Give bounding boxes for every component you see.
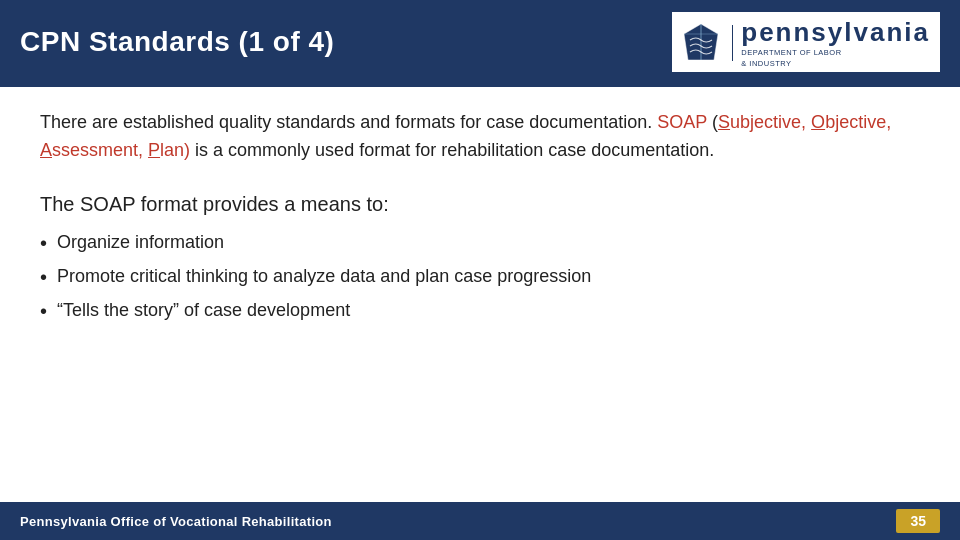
- bullet-text-2: Promote critical thinking to analyze dat…: [57, 264, 591, 289]
- slide: CPN Standards (1 of 4) penns: [0, 0, 960, 540]
- logo-text-block: pennsylvania DEPARTMENT OF LABOR& INDUST…: [741, 17, 930, 69]
- soap-o: O: [811, 112, 825, 132]
- state-name: pennsylvania: [741, 17, 930, 48]
- dept-text: DEPARTMENT OF LABOR& INDUSTRY: [741, 48, 930, 69]
- main-content: There are established quality standards …: [0, 87, 960, 502]
- slide-title: CPN Standards (1 of 4): [20, 26, 334, 58]
- pa-logo: pennsylvania DEPARTMENT OF LABOR& INDUST…: [672, 12, 940, 72]
- soap-p-rest: lan): [160, 140, 190, 160]
- footer-page-number: 35: [896, 509, 940, 533]
- footer-organization: Pennsylvania Office of Vocational Rehabi…: [20, 514, 332, 529]
- soap-p: P: [148, 140, 160, 160]
- logo-divider: [732, 25, 733, 61]
- soap-o-rest: bjective,: [825, 112, 891, 132]
- footer: Pennsylvania Office of Vocational Rehabi…: [0, 502, 960, 540]
- soap-s: S: [718, 112, 730, 132]
- bullet-text-3: “Tells the story” of case development: [57, 298, 350, 323]
- bullet-item-3: “Tells the story” of case development: [40, 298, 920, 324]
- soap-label: SOAP: [657, 112, 707, 132]
- soap-a: A: [40, 140, 52, 160]
- bullet-item-2: Promote critical thinking to analyze dat…: [40, 264, 920, 290]
- bullet-text-1: Organize information: [57, 230, 224, 255]
- soap-s-rest: ubjective,: [730, 112, 811, 132]
- title-bar: CPN Standards (1 of 4) penns: [0, 0, 960, 84]
- soap-section-title: The SOAP format provides a means to:: [40, 193, 920, 216]
- soap-a-rest: ssessment,: [52, 140, 148, 160]
- keystone-icon: [682, 22, 720, 64]
- bullet-item-1: Organize information: [40, 230, 920, 256]
- intro-paragraph: There are established quality standards …: [40, 109, 920, 165]
- logo-top: pennsylvania DEPARTMENT OF LABOR& INDUST…: [682, 17, 930, 69]
- bullet-list: Organize information Promote critical th…: [40, 230, 920, 332]
